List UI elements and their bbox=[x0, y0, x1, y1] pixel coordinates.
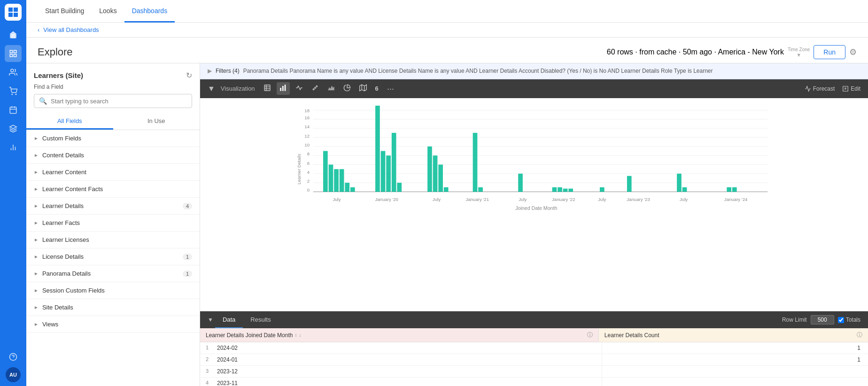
field-group-learner-licenses: ► Learner Licenses bbox=[26, 232, 200, 248]
edit-button[interactable]: Edit bbox=[842, 85, 860, 92]
row-count-3 bbox=[602, 366, 868, 377]
col-count[interactable]: Learner Details Count ⓘ bbox=[599, 328, 868, 342]
totals-checkbox[interactable] bbox=[838, 317, 844, 323]
nav-home-icon[interactable] bbox=[5, 26, 22, 43]
viz-chevron-icon[interactable]: ▼ bbox=[208, 85, 215, 93]
field-group-learner-content-header[interactable]: ► Learner Content bbox=[26, 164, 200, 180]
user-avatar[interactable]: AU bbox=[6, 367, 21, 382]
refresh-icon[interactable]: ↻ bbox=[186, 71, 192, 80]
nav-group2-icon[interactable] bbox=[5, 120, 22, 137]
tab-results[interactable]: Results bbox=[243, 311, 278, 328]
field-group-views-header[interactable]: ► Views bbox=[26, 316, 200, 332]
svg-marker-30 bbox=[359, 85, 366, 91]
row-date-4: 2023-11 bbox=[211, 378, 602, 386]
row-date-3: 2023-12 bbox=[211, 366, 602, 377]
row-num-2: 2 bbox=[200, 354, 211, 365]
row-num-4: 4 bbox=[200, 378, 211, 386]
field-group-views: ► Views bbox=[26, 316, 200, 333]
run-button[interactable]: Run bbox=[814, 45, 845, 59]
svg-rect-7 bbox=[10, 54, 12, 57]
nav-calendar-icon[interactable] bbox=[5, 101, 22, 118]
data-chevron-icon[interactable]: ▼ bbox=[208, 317, 213, 323]
row-limit-input[interactable] bbox=[811, 315, 834, 324]
viz-container: ▼ Visualization bbox=[200, 79, 868, 311]
main-panel: ▶ Filters (4) Panorama Details Panorama … bbox=[200, 63, 868, 386]
col-count-label: Learner Details Count bbox=[604, 332, 659, 339]
app-logo[interactable] bbox=[5, 4, 22, 21]
nav-dashboard-icon[interactable] bbox=[5, 45, 22, 62]
field-group-license-details-header[interactable]: ► License Details 1 bbox=[26, 248, 200, 265]
breadcrumb-link[interactable]: View all Dashboards bbox=[43, 26, 99, 33]
learner-details-badge: 4 bbox=[183, 203, 192, 209]
field-group-session-custom-fields-header[interactable]: ► Session Custom Fields bbox=[26, 282, 200, 299]
nav-start-building[interactable]: Start Building bbox=[38, 0, 92, 23]
bar-chart-icon[interactable] bbox=[277, 82, 290, 95]
tab-all-fields[interactable]: All Fields bbox=[26, 114, 113, 130]
svg-text:July: July bbox=[433, 197, 441, 202]
page-body: ‹ View all Dashboards Explore 60 rows · … bbox=[26, 23, 868, 386]
nav-looks[interactable]: Looks bbox=[92, 0, 124, 23]
chevron-right-icon10: ► bbox=[34, 288, 39, 293]
field-group-learner-content-facts-header[interactable]: ► Learner Content Facts bbox=[26, 181, 200, 197]
col-date-info-icon[interactable]: ⓘ bbox=[587, 331, 593, 339]
nav-help-icon[interactable] bbox=[5, 348, 22, 365]
filter-label[interactable]: Filters (4) bbox=[216, 68, 240, 74]
field-group-learner-details-header[interactable]: ► Learner Details 4 bbox=[26, 198, 200, 214]
svg-rect-66 bbox=[386, 155, 391, 192]
search-input[interactable] bbox=[51, 98, 187, 105]
field-group-license-details: ► License Details 1 bbox=[26, 248, 200, 265]
nav-analytics-icon[interactable] bbox=[5, 139, 22, 156]
row-count-4 bbox=[602, 378, 868, 386]
tab-data[interactable]: Data bbox=[215, 311, 243, 328]
field-group-site-details-header[interactable]: ► Site Details bbox=[26, 299, 200, 316]
field-group-content-details-header[interactable]: ► Content Details bbox=[26, 147, 200, 163]
svg-rect-69 bbox=[427, 147, 432, 192]
svg-text:January '21: January '21 bbox=[466, 197, 489, 202]
map-icon[interactable] bbox=[356, 82, 370, 95]
svg-point-8 bbox=[11, 69, 14, 72]
svg-rect-25 bbox=[282, 86, 284, 91]
svg-point-27 bbox=[313, 89, 314, 90]
area-chart-icon[interactable] bbox=[325, 82, 338, 95]
more-icon[interactable]: ⋯ bbox=[384, 83, 397, 95]
sort-icon: ↕ bbox=[294, 332, 297, 338]
field-group-panorama-details-header[interactable]: ► Panorama Details 1 bbox=[26, 265, 200, 282]
svg-text:January '22: January '22 bbox=[552, 197, 575, 202]
chevron-right-icon3: ► bbox=[34, 170, 39, 175]
svg-rect-6 bbox=[14, 54, 16, 57]
viz-toolbar: ▼ Visualization bbox=[200, 79, 868, 98]
table-icon[interactable] bbox=[261, 82, 274, 95]
svg-text:July: July bbox=[333, 197, 341, 202]
pie-chart-icon[interactable] bbox=[341, 82, 354, 95]
col-count-info-icon[interactable]: ⓘ bbox=[857, 331, 862, 339]
number-icon[interactable]: 6 bbox=[372, 83, 381, 94]
chevron-left-icon: ‹ bbox=[38, 26, 39, 33]
svg-text:July: July bbox=[519, 197, 527, 202]
svg-text:10: 10 bbox=[304, 142, 310, 147]
scatter-icon[interactable] bbox=[309, 82, 322, 95]
filter-chevron-icon[interactable]: ▶ bbox=[208, 68, 212, 74]
svg-text:18: 18 bbox=[304, 108, 310, 113]
field-group-learner-facts: ► Learner Facts bbox=[26, 215, 200, 232]
line-chart-icon[interactable] bbox=[293, 82, 306, 95]
nav-cart-icon[interactable] bbox=[5, 83, 22, 100]
svg-text:Learner Details: Learner Details bbox=[296, 154, 302, 185]
forecast-button[interactable]: Forecast bbox=[805, 85, 835, 92]
svg-rect-11 bbox=[10, 107, 16, 114]
field-group-learner-facts-header[interactable]: ► Learner Facts bbox=[26, 215, 200, 231]
table-row: 3 2023-12 bbox=[200, 366, 868, 378]
nav-dashboards[interactable]: Dashboards bbox=[124, 0, 175, 23]
tab-in-use[interactable]: In Use bbox=[113, 114, 200, 130]
totals-checkbox-area[interactable]: Totals bbox=[838, 317, 860, 323]
viz-label: Visualization bbox=[221, 85, 255, 92]
svg-rect-73 bbox=[473, 133, 478, 192]
field-group-learner-licenses-header[interactable]: ► Learner Licenses bbox=[26, 232, 200, 248]
table-header: Learner Details Joined Date Month ↕ ↓ ⓘ … bbox=[200, 328, 868, 342]
field-group-custom-fields-header[interactable]: ► Custom Fields bbox=[26, 130, 200, 147]
col-date[interactable]: Learner Details Joined Date Month ↕ ↓ ⓘ bbox=[200, 328, 599, 342]
settings-icon[interactable]: ⚙ bbox=[849, 47, 857, 57]
field-group-site-details: ► Site Details bbox=[26, 299, 200, 316]
chevron-right-icon8: ► bbox=[34, 254, 39, 259]
bar-chart: 18 16 14 12 10 8 6 4 2 0 bbox=[209, 106, 859, 237]
nav-people-icon[interactable] bbox=[5, 64, 22, 81]
